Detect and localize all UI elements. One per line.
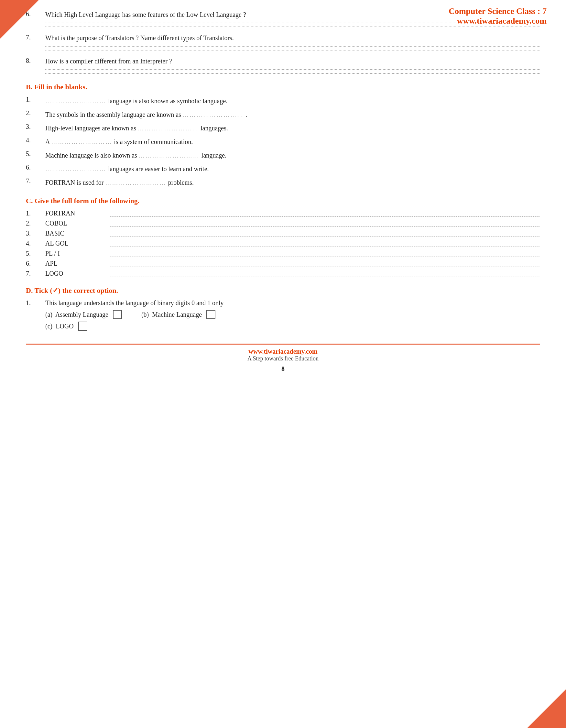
ff4-dots (110, 240, 540, 247)
q8-text: How is a compiler different from an Inte… (45, 56, 540, 66)
ff3-term: BASIC (45, 230, 104, 237)
fullform-1: 1. FORTRAN (26, 210, 540, 217)
fill-3-number: 3. (26, 123, 45, 130)
fullform-3: 3. BASIC (26, 230, 540, 237)
fill-6-text: ……………………… languages are easier to learn … (45, 164, 540, 174)
fill-5-text: Machine language is also known as ………………… (45, 150, 540, 160)
corner-decoration-bottom-right (527, 689, 566, 728)
page-number: 8 (26, 365, 540, 373)
tick-row-2: (c) LOGO (45, 322, 540, 331)
fill-item-5: 5. Machine language is also known as ………… (26, 150, 540, 160)
page: Computer Science Class : 7 www.tiwariaca… (0, 0, 566, 728)
tick-section: 1. This language understands the languag… (26, 299, 540, 331)
footer: www.tiwariacademy.com A Step towards fre… (26, 344, 540, 362)
q7-text: What is the purpose of Translators ? Nam… (45, 33, 540, 43)
q6-number: 6. (26, 10, 45, 18)
ff5-term: PL / I (45, 250, 104, 257)
tick-option-a-label: (a) Assembly Language (45, 311, 108, 318)
ff7-number: 7. (26, 270, 45, 277)
ff1-number: 1. (26, 210, 45, 217)
tick-q1-options: (a) Assembly Language (b) Machine Langua… (45, 310, 540, 331)
ff6-number: 6. (26, 260, 45, 267)
tick-box-b[interactable] (206, 310, 216, 319)
fill-item-6: 6. ……………………… languages are easier to lea… (26, 164, 540, 174)
tick-option-a: (a) Assembly Language (45, 310, 122, 319)
ff1-term: FORTRAN (45, 210, 104, 217)
fill-item-2: 2. The symbols in the assembly language … (26, 109, 540, 120)
tick-q1-number: 1. (26, 299, 45, 307)
fullform-7: 7. LOGO (26, 270, 540, 277)
q8-line1 (45, 69, 540, 70)
fill-item-7: 7. FORTRAN is used for ……………………… problem… (26, 177, 540, 188)
fullform-2: 2. COBOL (26, 220, 540, 227)
ff7-term: LOGO (45, 270, 104, 277)
fill-item-1: 1. ……………………… language is also known as s… (26, 96, 540, 106)
fullform-5: 5. PL / I (26, 250, 540, 257)
tick-box-c[interactable] (78, 322, 87, 331)
fill-7-text: FORTRAN is used for ……………………… problems. (45, 177, 540, 188)
fullform-4: 4. AL GOL (26, 240, 540, 247)
q7-line2 (45, 50, 540, 50)
fill-5-number: 5. (26, 150, 45, 158)
tick-row-1: (a) Assembly Language (b) Machine Langua… (45, 310, 540, 319)
tick-option-b: (b) Machine Language (141, 310, 216, 319)
q7-line1 (45, 46, 540, 47)
fill-6-number: 6. (26, 164, 45, 171)
section-c-header: C. Give the full form of the following. (26, 197, 540, 205)
header-title: Computer Science Class : 7 (449, 6, 547, 16)
fill-2-number: 2. (26, 109, 45, 117)
question-7: 7. What is the purpose of Translators ? … (26, 33, 540, 50)
ff1-dots (110, 210, 540, 217)
fill-item-4: 4. A ……………………… is a system of communicat… (26, 137, 540, 147)
ff7-dots (110, 270, 540, 277)
ff6-dots (110, 260, 540, 267)
ff2-dots (110, 220, 540, 227)
ff4-term: AL GOL (45, 240, 104, 247)
tick-q1-text: This language understands the language o… (45, 299, 540, 307)
ff4-number: 4. (26, 240, 45, 247)
ff5-dots (110, 250, 540, 257)
q8-line2 (45, 73, 540, 74)
tick-box-a[interactable] (113, 310, 122, 319)
tick-option-c-label: (c) LOGO (45, 323, 74, 330)
q6-line2 (45, 27, 540, 27)
fill-4-number: 4. (26, 137, 45, 144)
ff3-dots (110, 230, 540, 237)
section-b-header: B. Fill in the blanks. (26, 83, 540, 91)
fill-1-text: ……………………… language is also known as symb… (45, 96, 540, 106)
footer-tagline: A Step towards free Education (26, 355, 540, 362)
question-8: 8. How is a compiler different from an I… (26, 56, 540, 74)
content-area: 6. Which High Level Language has some fe… (0, 0, 566, 392)
section-d-header: D. Tick (✓) the correct option. (26, 286, 540, 295)
fill-item-3: 3. High-level languages are known as ………… (26, 123, 540, 133)
ff3-number: 3. (26, 230, 45, 237)
header-block: Computer Science Class : 7 www.tiwariaca… (449, 6, 547, 26)
tick-option-c: (c) LOGO (45, 322, 87, 331)
fill-3-text: High-level languages are known as ………………… (45, 123, 540, 133)
footer-website: www.tiwariacademy.com (26, 348, 540, 355)
tick-option-b-label: (b) Machine Language (141, 311, 202, 318)
ff5-number: 5. (26, 250, 45, 257)
ff2-term: COBOL (45, 220, 104, 227)
q8-number: 8. (26, 56, 45, 64)
fill-4-text: A ……………………… is a system of communication… (45, 137, 540, 147)
fill-2-text: The symbols in the assembly language are… (45, 109, 540, 120)
fullform-6: 6. APL (26, 260, 540, 267)
header-website: www.tiwariacademy.com (449, 16, 547, 26)
fill-7-number: 7. (26, 177, 45, 185)
fill-1-number: 1. (26, 96, 45, 103)
ff2-number: 2. (26, 220, 45, 227)
tick-q1: 1. This language understands the languag… (26, 299, 540, 307)
ff6-term: APL (45, 260, 104, 267)
q7-number: 7. (26, 33, 45, 41)
